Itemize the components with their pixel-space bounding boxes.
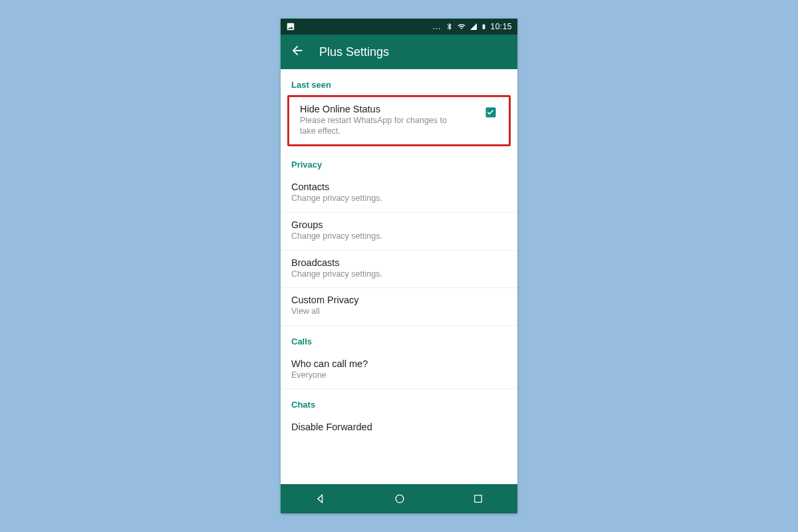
item-subtitle: Everyone [291,370,444,381]
item-broadcasts[interactable]: Broadcasts Change privacy settings. [281,251,517,289]
android-nav-bar [281,484,517,513]
item-title: Disable Forwarded [291,422,507,432]
item-subtitle: Please restart WhatsApp for changes to t… [300,116,453,136]
checkbox-hide-online[interactable] [483,105,498,120]
item-title: Groups [291,219,507,230]
signal-icon [469,23,477,31]
item-title: Who can call me? [291,358,507,369]
overflow-dots: ... [432,22,441,31]
item-subtitle: View all [291,307,444,317]
phone-frame: ... 10:15 Plus Settings Last seen [281,19,517,513]
svg-rect-2 [475,495,482,503]
wifi-icon [457,23,466,31]
nav-recent-button[interactable] [464,489,492,509]
battery-icon [481,22,487,31]
clock-text: 10:15 [490,22,512,31]
item-subtitle: Change privacy settings. [291,194,444,204]
section-calls: Calls [281,326,517,352]
image-icon [286,22,295,31]
item-subtitle: Change privacy settings. [291,269,444,280]
item-title: Contacts [291,182,507,192]
appbar-title: Plus Settings [319,45,389,59]
nav-back-button[interactable] [306,488,335,509]
highlight-box: Hide Online Status Please restart WhatsA… [287,95,511,146]
section-privacy: Privacy [281,149,517,175]
item-contacts[interactable]: Contacts Change privacy settings. [281,175,517,213]
item-hide-online-status[interactable]: Hide Online Status Please restart WhatsA… [289,97,509,144]
bluetooth-icon [446,23,454,31]
item-groups[interactable]: Groups Change privacy settings. [281,213,517,251]
status-bar: ... 10:15 [281,19,517,35]
item-who-can-call[interactable]: Who can call me? Everyone [281,352,517,390]
nav-home-button[interactable] [385,488,414,509]
settings-list[interactable]: Last seen Hide Online Status Please rest… [281,69,517,484]
item-title: Hide Online Status [300,104,483,114]
item-subtitle: Change privacy settings. [291,231,444,242]
item-custom-privacy[interactable]: Custom Privacy View all [281,288,517,326]
section-chats: Chats [281,389,517,415]
svg-point-1 [396,495,404,503]
section-last-seen: Last seen [281,69,517,95]
back-button[interactable] [287,39,307,65]
app-bar: Plus Settings [281,35,517,69]
item-disable-forwarded[interactable]: Disable Forwarded [281,415,517,432]
item-title: Broadcasts [291,257,507,268]
item-title: Custom Privacy [291,295,507,305]
